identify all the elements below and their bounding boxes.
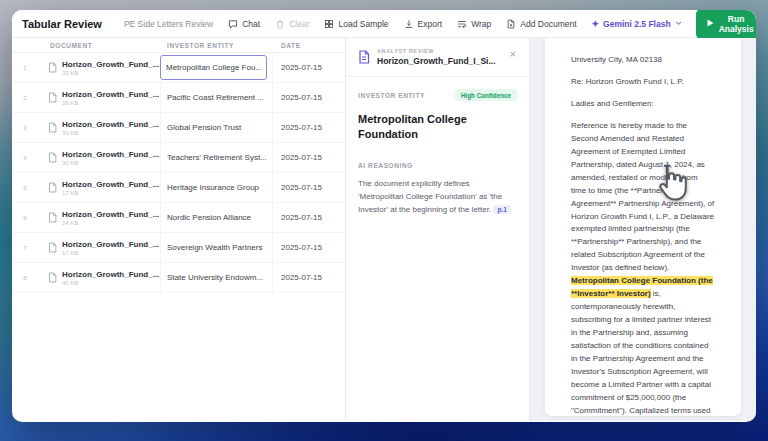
- run-analysis-button[interactable]: Run Analysis: [696, 10, 756, 39]
- wrap-icon: [457, 19, 467, 29]
- close-icon[interactable]: ×: [507, 48, 519, 61]
- load-sample-icon: [324, 19, 334, 29]
- document-name: Horizon_Growth_Fund_...: [62, 60, 159, 69]
- document-size: 17 KB: [62, 250, 159, 256]
- clear-button[interactable]: Clear: [275, 19, 309, 29]
- highlighted-citation-text[interactable]: Metropolitan College Foundation (the **I…: [571, 276, 713, 298]
- ai-reasoning-label: AI REASONING: [358, 162, 517, 169]
- letter-re-line: Re: Horizon Growth Fund I, L.P.: [571, 76, 715, 89]
- date-cell[interactable]: 2025-07-15: [272, 143, 345, 172]
- row-number: 8: [12, 275, 38, 281]
- table-header-row: DOCUMENT INVESTOR ENTITY DATE: [12, 38, 345, 53]
- chat-icon: [228, 19, 238, 29]
- export-icon: [404, 19, 414, 29]
- document-cell[interactable]: Horizon_Growth_Fund_...45 KB: [38, 269, 160, 287]
- row-number: 3: [12, 125, 38, 131]
- document-cell[interactable]: Horizon_Growth_Fund_...33 KB: [38, 119, 160, 137]
- column-header-investor[interactable]: INVESTOR ENTITY: [160, 42, 272, 49]
- investor-cell[interactable]: Nordic Pension Alliance: [160, 203, 272, 232]
- table-row: 2 Horizon_Growth_Fund_...26 KB Pacific C…: [12, 83, 345, 113]
- investor-cell[interactable]: Heritage Insurance Group: [160, 173, 272, 202]
- date-cell[interactable]: 2025-07-15: [272, 203, 345, 232]
- document-cell[interactable]: Horizon_Growth_Fund_...17 KB: [38, 179, 160, 197]
- row-number: 7: [12, 245, 38, 251]
- table-row: 7 Horizon_Growth_Fund_...17 KB Sovereign…: [12, 233, 345, 263]
- wrap-button[interactable]: Wrap: [457, 19, 491, 29]
- document-name: Horizon_Growth_Fund_...: [62, 120, 159, 129]
- field-value: Metropolitan College Foundation: [358, 112, 517, 142]
- ai-reasoning-text: The document explicitly defines 'Metropo…: [358, 177, 517, 217]
- date-cell[interactable]: 2025-07-15: [272, 263, 345, 292]
- table-row: 6 Horizon_Growth_Fund_...24 KB Nordic Pe…: [12, 203, 345, 233]
- document-size: 33 KB: [62, 130, 159, 136]
- review-name: PE Side Letters Review: [124, 19, 213, 29]
- chevron-down-icon: [675, 21, 682, 26]
- file-icon: [48, 119, 57, 137]
- table-row: 8 Horizon_Growth_Fund_...45 KB State Uni…: [12, 263, 345, 293]
- analyst-review-panel: ANALYST REVIEW Horizon_Growth_Fund_I_Si.…: [345, 38, 530, 421]
- document-name: Horizon_Growth_Fund_...: [62, 90, 159, 99]
- citation-badge[interactable]: p.1: [493, 205, 510, 214]
- trash-icon: [275, 19, 285, 29]
- document-name: Horizon_Growth_Fund_...: [62, 180, 159, 189]
- investor-cell[interactable]: Global Pension Trust: [160, 113, 272, 142]
- sparkle-icon: ✦: [592, 19, 600, 29]
- column-header-document[interactable]: DOCUMENT: [38, 42, 160, 49]
- column-header-date[interactable]: DATE: [272, 42, 345, 49]
- document-cell[interactable]: Horizon_Growth_Fund_...17 KB: [38, 239, 160, 257]
- table-row: 1 Horizon_Growth_Fund_...33 KB Metropoli…: [12, 53, 345, 83]
- document-cell[interactable]: Horizon_Growth_Fund_...24 KB: [38, 209, 160, 227]
- document-name: Horizon_Growth_Fund_...: [62, 150, 159, 159]
- export-button[interactable]: Export: [404, 19, 443, 29]
- date-cell[interactable]: 2025-07-15: [272, 83, 345, 112]
- letter-address: University City, MA 02138: [571, 54, 715, 67]
- table-row: 5 Horizon_Growth_Fund_...17 KB Heritage …: [12, 173, 345, 203]
- date-cell[interactable]: 2025-07-15: [272, 233, 345, 262]
- document-name: Horizon_Growth_Fund_...: [62, 240, 159, 249]
- investor-cell[interactable]: Pacific Coast Retirement ...: [160, 83, 272, 112]
- date-cell[interactable]: 2025-07-15: [272, 53, 345, 82]
- row-number: 1: [12, 65, 38, 71]
- review-filename: Horizon_Growth_Fund_I_Si...: [377, 56, 507, 66]
- document-cell[interactable]: Horizon_Growth_Fund_...26 KB: [38, 89, 160, 107]
- letter-salutation: Ladies and Gentlemen:: [571, 98, 715, 111]
- document-size: 45 KB: [62, 280, 159, 286]
- table-row: 3 Horizon_Growth_Fund_...33 KB Global Pe…: [12, 113, 345, 143]
- file-icon: [48, 149, 57, 167]
- document-page: University City, MA 02138 Re: Horizon Gr…: [545, 38, 741, 416]
- document-size: 24 KB: [62, 220, 159, 226]
- file-icon: [48, 209, 57, 227]
- file-icon: [48, 179, 57, 197]
- letter-body: Reference is hereby made to the Second A…: [571, 120, 715, 416]
- document-cell[interactable]: Horizon_Growth_Fund_...30 KB: [38, 149, 160, 167]
- investor-cell-selected[interactable]: Metropolitan College Fou...: [160, 55, 267, 80]
- document-viewer[interactable]: University City, MA 02138 Re: Horizon Gr…: [530, 38, 756, 421]
- field-label: INVESTOR ENTITY: [358, 92, 425, 99]
- investor-cell[interactable]: Teachers' Retirement Syst...: [160, 143, 272, 172]
- table-row: 4 Horizon_Growth_Fund_...30 KB Teachers'…: [12, 143, 345, 173]
- analyst-review-header: ANALYST REVIEW Horizon_Growth_Fund_I_Si.…: [346, 38, 529, 77]
- play-icon: [707, 19, 714, 29]
- model-selector[interactable]: ✦ Gemini 2.5 Flash: [592, 19, 682, 29]
- confidence-badge: High Confidence: [455, 89, 517, 101]
- load-sample-button[interactable]: Load Sample: [324, 19, 388, 29]
- add-document-button[interactable]: Add Document: [506, 19, 576, 29]
- document-cell[interactable]: Horizon_Growth_Fund_...33 KB: [38, 59, 160, 77]
- chat-button[interactable]: Chat: [228, 19, 260, 29]
- app-title: Tabular Review: [22, 18, 102, 30]
- file-icon: [48, 89, 57, 107]
- date-cell[interactable]: 2025-07-15: [272, 173, 345, 202]
- investor-cell[interactable]: State University Endowm...: [160, 263, 272, 292]
- date-cell[interactable]: 2025-07-15: [272, 113, 345, 142]
- add-document-icon: [506, 19, 516, 29]
- document-name: Horizon_Growth_Fund_...: [62, 210, 159, 219]
- document-size: 17 KB: [62, 190, 159, 196]
- file-icon: [48, 239, 57, 257]
- app-window: Tabular Review PE Side Letters Review Ch…: [12, 10, 756, 422]
- row-number: 2: [12, 95, 38, 101]
- analyst-review-label: ANALYST REVIEW: [377, 48, 507, 54]
- document-size: 26 KB: [62, 100, 159, 106]
- investor-cell[interactable]: Sovereign Wealth Partners: [160, 233, 272, 262]
- row-number: 4: [12, 155, 38, 161]
- document-size: 30 KB: [62, 160, 159, 166]
